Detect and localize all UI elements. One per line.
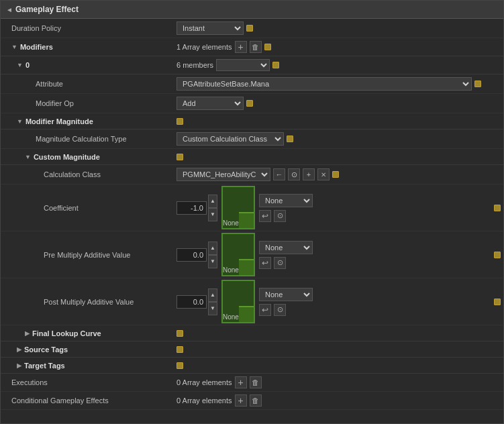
custom-magnitude-chevron[interactable]: ▼ [25, 154, 31, 160]
post-multiply-label: Post Multiply Additive Value [1, 297, 174, 307]
index-0-indicator [272, 62, 279, 68]
custom-magnitude-content [174, 152, 503, 162]
modifier-magnitude-indicator [177, 118, 183, 125]
index-0-label: ▼ 0 [1, 60, 174, 70]
duration-policy-row: Duration Policy Instant [1, 19, 503, 38]
pre-multiply-label: Pre Multiply Additive Value [1, 250, 174, 260]
source-tags-label: ▶ Source Tags [1, 344, 174, 355]
duration-policy-label: Duration Policy [1, 23, 174, 34]
calc-class-search-button[interactable]: ⊙ [288, 168, 300, 180]
source-tags-content [174, 345, 503, 354]
pre-multiply-none-section: None ↩ ⊙ [259, 241, 313, 269]
post-multiply-input[interactable] [177, 295, 207, 309]
coefficient-none-section: None ↩ ⊙ [259, 194, 313, 222]
panel-header: ◄ Gameplay Effect [1, 1, 503, 19]
target-tags-content [174, 361, 503, 370]
modifiers-content: 1 Array elements + 🗑 [174, 40, 503, 54]
conditional-gameplay-add-button[interactable]: + [235, 394, 247, 407]
final-lookup-indicator [177, 330, 183, 337]
pre-multiply-indicator [494, 252, 501, 258]
modifier-op-label: Modifier Op [1, 98, 174, 109]
duration-policy-select[interactable]: Instant [177, 21, 244, 35]
pre-multiply-reset-button[interactable]: ↩ [259, 257, 271, 269]
modifier-magnitude-section: ▼ Modifier Magnitude [1, 113, 503, 129]
target-tags-section: ▶ Target Tags [1, 358, 503, 374]
pre-multiply-spin-down[interactable]: ▼ [208, 255, 217, 268]
post-multiply-reset-button[interactable]: ↩ [259, 304, 271, 316]
post-multiply-search-button[interactable]: ⊙ [274, 304, 286, 316]
pre-multiply-none-select[interactable]: None [259, 241, 313, 254]
calc-class-nav-button[interactable]: ← [273, 168, 285, 180]
panel-title: Gameplay Effect [15, 5, 79, 14]
pre-multiply-input[interactable] [177, 248, 207, 262]
conditional-gameplay-row: Conditional Gameplay Effects 0 Array ele… [1, 392, 503, 410]
final-lookup-section: ▶ Final Lookup Curve [1, 325, 503, 341]
calc-class-clear-button[interactable]: ✕ [317, 168, 330, 180]
coefficient-reset-button[interactable]: ↩ [259, 210, 271, 222]
duration-policy-content: Instant [174, 20, 503, 36]
executions-content: 0 Array elements + 🗑 [174, 375, 503, 390]
attribute-indicator [474, 81, 481, 87]
custom-magnitude-section: ▼ Custom Magnitude [1, 149, 503, 165]
modifiers-section: ▼ Modifiers 1 Array elements + 🗑 [1, 38, 503, 56]
custom-magnitude-indicator [177, 154, 183, 160]
final-lookup-chevron[interactable]: ▶ [25, 330, 30, 337]
coefficient-row: Coefficient ▲ ▼ None None ↩ ⊙ [1, 184, 503, 231]
coefficient-input[interactable] [177, 201, 207, 215]
modifiers-add-button[interactable]: + [235, 41, 247, 53]
calc-class-add-button[interactable]: + [303, 168, 315, 180]
pre-multiply-content: ▲ ▼ None None ↩ ⊙ [174, 231, 503, 278]
coefficient-spin-up[interactable]: ▲ [208, 195, 217, 208]
calculation-class-label: Calculation Class [1, 169, 174, 180]
gameplay-effect-panel: ◄ Gameplay Effect Duration Policy Instan… [0, 0, 504, 424]
index-0-content: 6 members [174, 58, 503, 72]
modifiers-indicator [264, 44, 271, 50]
modifiers-chevron[interactable]: ▼ [11, 44, 17, 50]
modifier-op-indicator [246, 100, 253, 107]
magnitude-calc-type-select[interactable]: Custom Calculation Class [177, 132, 284, 146]
modifier-magnitude-chevron[interactable]: ▼ [17, 118, 23, 125]
coefficient-none-text: None [223, 219, 239, 228]
source-tags-indicator [177, 346, 183, 353]
calc-class-indicator [332, 171, 339, 178]
source-tags-section: ▶ Source Tags [1, 341, 503, 358]
duration-policy-indicator [246, 25, 253, 32]
panel-collapse-icon[interactable]: ◄ [6, 6, 13, 13]
post-multiply-indicator [494, 299, 501, 305]
calculation-class-content: PGMMC_HeroAbilityCost ← ⊙ + ✕ [174, 166, 503, 182]
post-multiply-row: Post Multiply Additive Value ▲ ▼ None No… [1, 278, 503, 325]
modifier-magnitude-content [174, 117, 503, 126]
post-multiply-none-text: None [223, 313, 239, 322]
executions-delete-button[interactable]: 🗑 [250, 376, 262, 388]
executions-add-button[interactable]: + [235, 376, 247, 388]
pre-multiply-spin-up[interactable]: ▲ [208, 242, 217, 255]
conditional-gameplay-delete-button[interactable]: 🗑 [250, 394, 262, 407]
calculation-class-row: Calculation Class PGMMC_HeroAbilityCost … [1, 165, 503, 184]
index-0-select[interactable] [216, 59, 270, 71]
post-multiply-spin-down[interactable]: ▼ [208, 302, 217, 315]
coefficient-spin-down[interactable]: ▼ [208, 208, 217, 221]
modifier-op-select[interactable]: Add [177, 97, 244, 110]
modifier-op-row: Modifier Op Add [1, 94, 503, 113]
custom-magnitude-label: ▼ Custom Magnitude [1, 152, 174, 162]
attribute-label: Attribute [1, 78, 174, 89]
coefficient-search-button[interactable]: ⊙ [274, 210, 286, 222]
pre-multiply-search-button[interactable]: ⊙ [274, 257, 286, 269]
executions-row: Executions 0 Array elements + 🗑 [1, 374, 503, 392]
magnitude-calc-type-content: Custom Calculation Class [174, 131, 503, 147]
index-chevron[interactable]: ▼ [17, 62, 23, 68]
coefficient-none-select[interactable]: None [259, 194, 313, 207]
modifiers-delete-button[interactable]: 🗑 [250, 41, 262, 53]
source-tags-chevron[interactable]: ▶ [17, 346, 21, 353]
pre-multiply-row: Pre Multiply Additive Value ▲ ▼ None Non… [1, 231, 503, 278]
attribute-select[interactable]: PGAttributeSetBase.Mana [177, 77, 472, 91]
post-multiply-spin-up[interactable]: ▲ [208, 288, 217, 302]
target-tags-chevron[interactable]: ▶ [17, 362, 21, 369]
index-0-section: ▼ 0 6 members [1, 56, 503, 74]
final-lookup-content [174, 329, 503, 338]
post-multiply-none-select[interactable]: None [259, 288, 313, 301]
calculation-class-select[interactable]: PGMMC_HeroAbilityCost [177, 168, 270, 181]
post-multiply-green-block: None [221, 280, 255, 323]
conditional-gameplay-label: Conditional Gameplay Effects [1, 395, 174, 406]
coefficient-label: Coefficient [1, 203, 174, 213]
